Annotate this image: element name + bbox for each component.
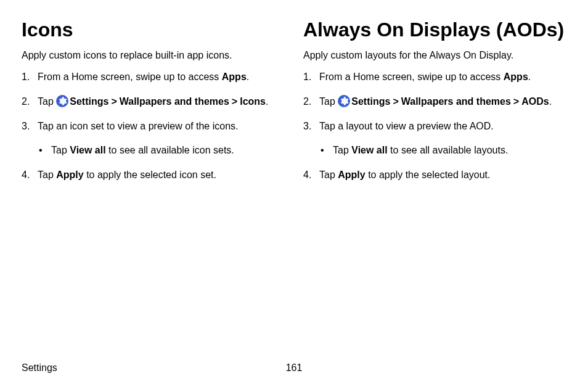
footer-section-label: Settings [22,362,203,374]
settings-label: Settings [351,96,390,107]
settings-label: Settings [70,96,108,107]
step-text: From a Home screen, swipe up to access [38,71,222,82]
step-item: From a Home screen, swipe up to access A… [22,70,285,84]
steps-icons: From a Home screen, swipe up to access A… [22,70,285,181]
bullet-item: Tap View all to see all available layout… [319,144,566,157]
step-text: . [247,71,249,82]
view-all-label: View all [351,145,387,155]
bullet-text: Tap [333,145,351,155]
step-item: Tap Apply to apply the selected icon set… [22,168,285,182]
step-text: Tap [38,96,56,107]
step-text: Tap an icon set to view a preview of the… [38,121,239,131]
chevron-right-icon: > [232,96,237,107]
step-item: From a Home screen, swipe up to access A… [303,70,566,84]
settings-icon [56,95,68,107]
step-item: Tap Apply to apply the selected layout. [303,168,566,182]
heading-aods: Always On Displays (AODs) [303,18,566,41]
content-columns: Icons Apply custom icons to replace buil… [22,18,566,192]
steps-aods: From a Home screen, swipe up to access A… [303,70,566,181]
page-number: 161 [203,362,385,374]
step-text: Tap [38,169,56,180]
sub-bullets: Tap View all to see all available icon s… [38,144,285,157]
settings-icon [338,95,350,107]
chevron-right-icon: > [393,96,398,107]
step-item: Tap Settings>Wallpapers and themes>Icons… [22,95,285,108]
wallpapers-themes-label: Wallpapers and themes [401,96,511,107]
step-text: From a Home screen, swipe up to access [319,71,504,82]
chevron-right-icon: > [111,96,116,107]
heading-icons: Icons [22,18,285,41]
view-all-label: View all [70,145,105,155]
step-text: to apply the selected icon set. [84,169,216,180]
chevron-right-icon: > [513,96,519,107]
left-column: Icons Apply custom icons to replace buil… [22,18,285,192]
bullet-text: Tap [51,145,70,155]
aods-label: AODs [521,96,549,107]
step-text: Tap a layout to view a preview the AOD. [319,121,494,131]
bullet-item: Tap View all to see all available icon s… [38,144,285,157]
icons-label: Icons [240,96,266,107]
step-item: Tap an icon set to view a preview of the… [22,120,285,157]
step-text: to apply the selected layout. [365,169,491,180]
page-footer: Settings 161 [22,362,566,374]
right-column: Always On Displays (AODs) Apply custom l… [303,18,566,192]
apply-label: Apply [56,169,83,180]
step-item: Tap Settings>Wallpapers and themes>AODs. [303,95,566,108]
step-text: . [549,96,552,107]
wallpapers-themes-label: Wallpapers and themes [120,96,229,107]
step-text: . [528,71,531,82]
step-item: Tap a layout to view a preview the AOD. … [303,120,566,157]
step-text: Tap [319,96,338,107]
apps-label: Apps [222,71,247,82]
sub-bullets: Tap View all to see all available layout… [319,144,566,157]
bullet-text: to see all available layouts. [388,145,508,155]
intro-icons: Apply custom icons to replace built-in a… [22,49,285,62]
bullet-text: to see all available icon sets. [106,145,234,155]
step-text: . [266,96,268,107]
step-text: Tap [319,169,338,180]
apps-label: Apps [504,71,528,82]
intro-aods: Apply custom layouts for the Always On D… [303,49,566,62]
footer-spacer [385,362,566,374]
apply-label: Apply [338,169,365,180]
